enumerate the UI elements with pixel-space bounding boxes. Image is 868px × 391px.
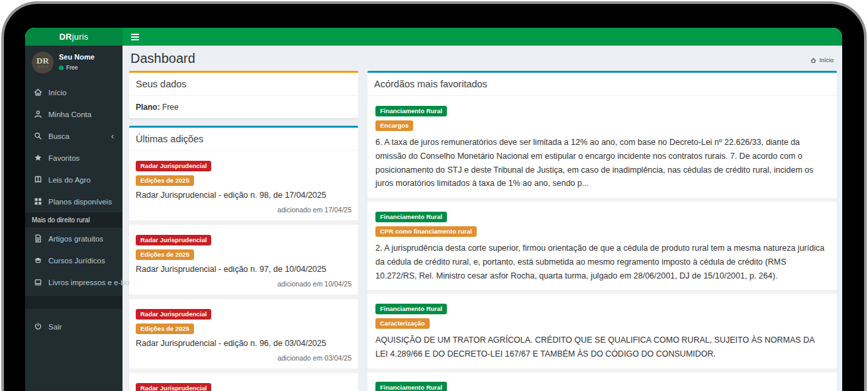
edition-badge[interactable]: Edições de 2025 xyxy=(136,249,194,261)
tag-badge[interactable]: Financiamento Rural xyxy=(375,212,447,223)
left-column: Seus dados Plano: Free Últimas adições R… xyxy=(129,71,358,391)
sidebar-item-busca[interactable]: Busca ‹ xyxy=(25,125,122,147)
card-title: Últimas adições xyxy=(129,128,358,151)
added-date: adicionado em 10/04/25 xyxy=(136,280,352,288)
sidebar-item-label: Leis do Agro xyxy=(48,176,91,184)
sidebar-item-label: Artigos gratuitos xyxy=(48,235,103,243)
breadcrumb[interactable]: Início xyxy=(810,57,834,66)
sidebar-item-favoritos[interactable]: Favoritos xyxy=(25,147,122,169)
plan-value: Free xyxy=(162,103,179,112)
subtag-badge[interactable]: CPR como financiamento rural xyxy=(375,226,477,238)
sidebar-item-sair[interactable]: Sair xyxy=(25,316,122,337)
avatar-subtext: JURIS xyxy=(37,65,48,69)
online-status-dot xyxy=(59,65,64,70)
user-name: Seu Nome xyxy=(59,53,95,61)
avatar: DR JURIS xyxy=(32,52,54,73)
card-title: Acórdãos mais favoritados xyxy=(367,73,837,96)
chevron-left-icon: ‹ xyxy=(111,133,114,140)
tag-badge[interactable]: Financiamento Rural xyxy=(375,304,447,315)
user-plan-label: Free xyxy=(66,64,77,71)
category-badge[interactable]: Radar Jurisprudencial xyxy=(136,235,211,246)
sidebar-item-livros-ebooks[interactable]: Livros impressos e e-books xyxy=(25,271,122,293)
tag-badge[interactable]: Financiamento Rural xyxy=(375,106,447,117)
navbar-bar xyxy=(122,28,842,46)
sidebar-item-label: Minha Conta xyxy=(48,110,91,118)
acordaos-card: Acórdãos mais favoritados Financiamento … xyxy=(367,71,837,391)
list-item[interactable]: Financiamento Rural Encargos 6. A taxa d… xyxy=(367,96,837,198)
sidebar-item-leis-do-agro[interactable]: Leis do Agro xyxy=(25,169,122,191)
sidebar-item-label: Cursos Jurídicos xyxy=(48,257,105,265)
top-navbar: DRjuris xyxy=(25,28,842,46)
power-icon xyxy=(34,322,42,331)
item-title[interactable]: Radar Jurisprudencial - edição n. 98, de… xyxy=(136,191,352,200)
edition-badge[interactable]: Edições de 2025 xyxy=(136,175,194,187)
item-title[interactable]: Radar Jurisprudencial - edição n. 96, de… xyxy=(136,339,352,348)
books-icon xyxy=(34,278,42,286)
hamburger-menu-icon[interactable] xyxy=(122,34,148,40)
app-window: DRjuris DR JURIS Seu Nome xyxy=(25,28,842,391)
list-item[interactable]: Financiamento Rural Fonte de Recursos (R… xyxy=(367,369,837,391)
sidebar-item-label: Sair xyxy=(48,323,62,331)
logo-text-light: juris xyxy=(72,32,89,42)
sidebar: DR JURIS Seu Nome Free Início xyxy=(25,46,122,391)
sidebar-item-inicio[interactable]: Início xyxy=(25,81,122,103)
user-panel: DR JURIS Seu Nome Free xyxy=(25,46,122,81)
graduation-cap-icon xyxy=(34,256,42,265)
list-item[interactable]: Radar Jurisprudencial Edições de 2025 Ra… xyxy=(129,220,358,294)
file-text-icon xyxy=(34,234,42,243)
logo-text-bold: DR xyxy=(59,32,72,42)
plan-label: Plano: xyxy=(136,103,160,112)
list-item[interactable]: Financiamento Rural Caracterização AQUIS… xyxy=(367,290,837,369)
sidebar-item-label: Favoritos xyxy=(48,154,79,162)
list-item[interactable]: Radar Jurisprudencial Edições de 2025 Ra… xyxy=(129,151,358,220)
home-icon xyxy=(34,88,42,97)
card-title: Seus dados xyxy=(129,73,358,96)
sidebar-item-minha-conta[interactable]: Minha Conta xyxy=(25,103,122,125)
tag-badge[interactable]: Financiamento Rural xyxy=(375,382,447,391)
user-icon xyxy=(34,110,42,118)
home-icon xyxy=(810,58,816,64)
category-badge[interactable]: Radar Jurisprudencial xyxy=(136,383,211,391)
book-icon xyxy=(34,175,42,184)
sidebar-item-label: Início xyxy=(48,89,67,97)
plan-info: Plano: Free xyxy=(129,96,358,118)
acordao-text[interactable]: AQUISIÇÃO DE UM TRATOR AGRÍCOLA. CRÉDITO… xyxy=(375,333,829,361)
sidebar-item-label: Planos disponíveis xyxy=(48,198,112,206)
added-date: adicionado em 17/04/25 xyxy=(136,206,352,214)
sidebar-item-planos-disponiveis[interactable]: Planos disponíveis xyxy=(25,191,122,212)
category-badge[interactable]: Radar Jurisprudencial xyxy=(136,309,211,320)
right-column: Acórdãos mais favoritados Financiamento … xyxy=(367,71,837,391)
sidebar-item-label: Busca xyxy=(48,132,70,140)
list-item[interactable]: Radar Jurisprudencial Edições de 2025 Ra… xyxy=(129,369,358,391)
category-badge[interactable]: Radar Jurisprudencial xyxy=(136,161,211,172)
page: DRjuris DR JURIS Seu Nome xyxy=(0,0,868,391)
sidebar-section-header: Mais do direito rural xyxy=(25,212,122,228)
avatar-text: DR xyxy=(36,56,49,65)
subtag-badge[interactable]: Encargos xyxy=(375,120,413,132)
list-item[interactable]: Financiamento Rural CPR como financiamen… xyxy=(367,198,837,290)
breadcrumb-item-inicio: Início xyxy=(819,57,834,64)
main-content: Dashboard Início Seus dados Plano: Fr xyxy=(122,46,842,391)
item-title[interactable]: Radar Jurisprudencial - edição n. 97, de… xyxy=(136,265,352,274)
sidebar-item-artigos-gratuitos[interactable]: Artigos gratuitos xyxy=(25,228,122,249)
acordao-text[interactable]: 2. A jurisprudência desta corte superior… xyxy=(375,241,829,282)
sidebar-item-cursos-juridicos[interactable]: Cursos Jurídicos xyxy=(25,249,122,271)
grid-icon xyxy=(34,197,42,206)
ultimas-adicoes-card: Últimas adições Radar Jurisprudencial Ed… xyxy=(129,126,358,391)
subtag-badge[interactable]: Caracterização xyxy=(375,318,430,329)
star-icon xyxy=(34,153,42,162)
search-icon xyxy=(34,132,42,140)
app-logo[interactable]: DRjuris xyxy=(25,28,122,46)
list-item[interactable]: Radar Jurisprudencial Edições de 2025 Ra… xyxy=(129,294,358,369)
page-title: Dashboard xyxy=(130,51,195,66)
added-date: adicionado em 03/04/25 xyxy=(136,354,352,362)
sidebar-divider xyxy=(25,296,122,309)
edition-badge[interactable]: Edições de 2025 xyxy=(136,324,194,335)
seus-dados-card: Seus dados Plano: Free xyxy=(129,71,358,118)
acordao-text[interactable]: 6. A taxa de juros remuneratórios deve s… xyxy=(375,136,829,191)
